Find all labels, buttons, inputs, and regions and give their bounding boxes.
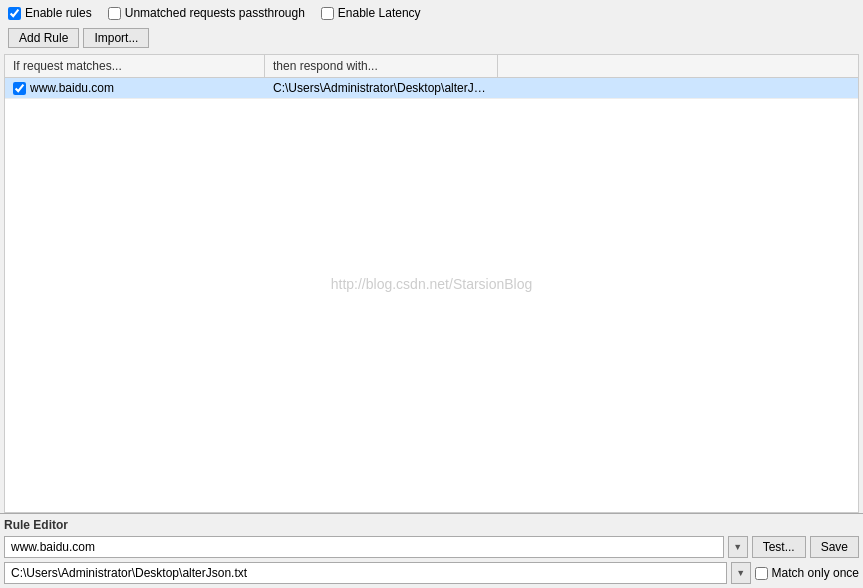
- col-response-header: then respond with...: [265, 55, 498, 77]
- match-only-once-checkbox[interactable]: [755, 567, 768, 580]
- chevron-down-icon-2: ▼: [736, 568, 745, 578]
- enable-latency-label: Enable Latency: [338, 6, 421, 20]
- chevron-down-icon: ▼: [733, 542, 742, 552]
- match-only-once-label[interactable]: Match only once: [755, 566, 859, 580]
- unmatched-passthrough-label: Unmatched requests passthrough: [125, 6, 305, 20]
- response-cell: C:\Users\Administrator\Desktop\alterJson…: [265, 78, 498, 98]
- top-toolbar: Enable rules Unmatched requests passthro…: [0, 0, 863, 26]
- unmatched-passthrough-checkbox[interactable]: [108, 7, 121, 20]
- col-request-header: If request matches...: [5, 55, 265, 77]
- watermark: http://blog.csdn.net/StarsionBlog: [331, 276, 533, 292]
- main-container: Enable rules Unmatched requests passthro…: [0, 0, 863, 588]
- response-dropdown-button[interactable]: ▼: [731, 562, 751, 584]
- test-button[interactable]: Test...: [752, 536, 806, 558]
- request-input[interactable]: [4, 536, 724, 558]
- enable-rules-label: Enable rules: [25, 6, 92, 20]
- table-area: If request matches... then respond with.…: [4, 54, 859, 513]
- rule-editor-label: Rule Editor: [4, 518, 859, 532]
- match-only-once-text: Match only once: [772, 566, 859, 580]
- request-value: www.baidu.com: [30, 81, 114, 95]
- table-header: If request matches... then respond with.…: [5, 55, 858, 78]
- add-rule-button[interactable]: Add Rule: [8, 28, 79, 48]
- buttons-row: Add Rule Import...: [0, 26, 863, 54]
- table-row[interactable]: www.baidu.com C:\Users\Administrator\Des…: [5, 78, 858, 99]
- enable-rules-checkbox[interactable]: [8, 7, 21, 20]
- import-button[interactable]: Import...: [83, 28, 149, 48]
- enable-rules-checkbox-label[interactable]: Enable rules: [8, 6, 92, 20]
- enable-latency-checkbox-label[interactable]: Enable Latency: [321, 6, 421, 20]
- response-input[interactable]: [4, 562, 727, 584]
- bottom-panel: Rule Editor ▼ Test... Save ▼ Match only …: [0, 513, 863, 588]
- unmatched-passthrough-checkbox-label[interactable]: Unmatched requests passthrough: [108, 6, 305, 20]
- response-editor-row: ▼ Match only once: [4, 562, 859, 584]
- row-checkbox[interactable]: [13, 82, 26, 95]
- col-extra-header: [498, 55, 858, 77]
- request-editor-row: ▼ Test... Save: [4, 536, 859, 558]
- save-button[interactable]: Save: [810, 536, 859, 558]
- request-dropdown-button[interactable]: ▼: [728, 536, 748, 558]
- enable-latency-checkbox[interactable]: [321, 7, 334, 20]
- extra-cell: [498, 85, 858, 91]
- request-cell: www.baidu.com: [5, 78, 265, 98]
